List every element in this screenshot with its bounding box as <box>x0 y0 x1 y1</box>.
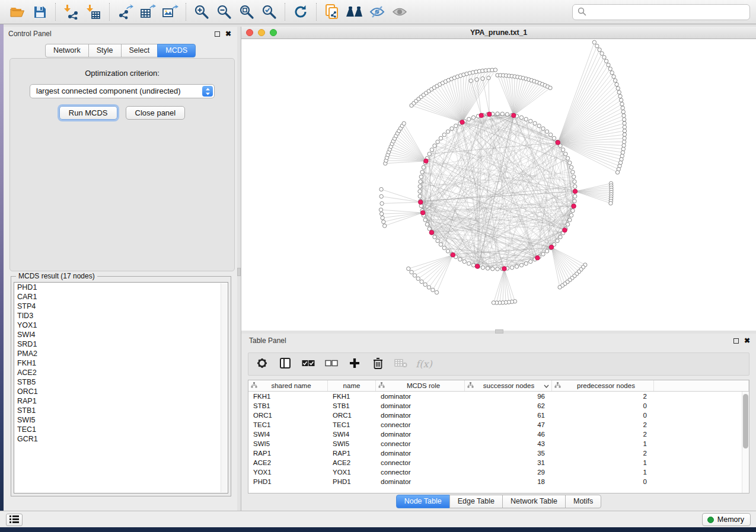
mcds-hub-node[interactable] <box>475 264 480 269</box>
mcds-hub-node[interactable] <box>549 245 554 249</box>
network-node[interactable] <box>568 161 572 165</box>
table-row[interactable]: SWI5SWI5connector431 <box>248 439 742 448</box>
new-network-from-selection-button[interactable] <box>321 2 343 22</box>
mcds-hub-node[interactable] <box>429 230 434 235</box>
mcds-result-item[interactable]: PHD1 <box>14 283 228 292</box>
network-node[interactable] <box>422 165 425 169</box>
mcds-result-item[interactable]: ACE2 <box>14 368 228 377</box>
mcds-hub-node[interactable] <box>479 113 484 118</box>
mcds-result-item[interactable]: RAP1 <box>14 396 228 406</box>
network-node[interactable] <box>556 239 559 242</box>
network-node[interactable] <box>420 170 424 174</box>
run-mcds-button[interactable]: Run MCDS <box>59 106 117 120</box>
network-node[interactable] <box>450 127 454 130</box>
mcds-hub-node[interactable] <box>502 267 507 271</box>
network-node[interactable] <box>423 283 427 286</box>
network-node[interactable] <box>541 252 545 256</box>
network-node[interactable] <box>595 44 599 47</box>
mcds-hub-node[interactable] <box>511 113 516 118</box>
mcds-result-item[interactable]: SWI5 <box>14 415 228 425</box>
show-panels-button[interactable] <box>6 514 23 526</box>
show-all-button[interactable] <box>388 2 411 22</box>
network-node[interactable] <box>615 171 619 174</box>
network-node[interactable] <box>545 249 548 253</box>
network-node[interactable] <box>566 156 569 160</box>
network-node[interactable] <box>604 59 608 63</box>
close-panel-button[interactable]: Close panel <box>126 106 186 120</box>
tab-network-table[interactable]: Network Table <box>502 495 566 508</box>
tab-node-table[interactable]: Node Table <box>396 495 450 508</box>
network-node[interactable] <box>410 270 413 274</box>
function-builder-button[interactable]: f(x) <box>415 355 433 373</box>
tab-edge-table[interactable]: Edge Table <box>449 495 503 508</box>
network-node[interactable] <box>619 98 623 102</box>
tab-select[interactable]: Select <box>121 44 158 57</box>
network-node[interactable] <box>623 129 626 133</box>
tab-style[interactable]: Style <box>88 44 122 57</box>
network-node[interactable] <box>623 125 626 129</box>
network-node[interactable] <box>475 78 479 81</box>
column-header-predecessor-nodes[interactable]: predecessor nodes <box>552 380 654 391</box>
mcds-result-item[interactable]: STB1 <box>14 406 228 415</box>
split-handle[interactable] <box>237 268 241 276</box>
mcds-hub-node[interactable] <box>418 200 423 204</box>
network-node[interactable] <box>623 121 626 125</box>
vertical-split-divider[interactable] <box>237 27 241 511</box>
network-node[interactable] <box>622 140 626 143</box>
network-node[interactable] <box>486 267 489 270</box>
network-node[interactable] <box>458 258 462 261</box>
network-node[interactable] <box>418 190 422 193</box>
network-node[interactable] <box>454 124 458 127</box>
network-node[interactable] <box>436 140 439 143</box>
column-header-successor-nodes[interactable]: successor nodes <box>465 380 552 391</box>
network-node[interactable] <box>620 102 624 105</box>
export-image-button[interactable] <box>159 2 181 22</box>
network-node[interactable] <box>402 121 406 125</box>
network-node[interactable] <box>467 262 471 265</box>
network-node[interactable] <box>613 79 617 82</box>
network-node[interactable] <box>607 63 610 66</box>
network-node[interactable] <box>379 208 382 211</box>
network-node[interactable] <box>416 277 420 280</box>
zoom-out-button[interactable] <box>213 2 235 22</box>
network-node[interactable] <box>428 152 431 156</box>
memory-button[interactable]: Memory <box>702 513 751 526</box>
zoom-fit-button[interactable] <box>235 2 258 22</box>
unselect-all-columns-button[interactable] <box>323 355 340 373</box>
table-settings-button[interactable] <box>253 355 271 373</box>
network-node[interactable] <box>621 147 625 150</box>
mcds-hub-node[interactable] <box>420 210 425 215</box>
network-node[interactable] <box>618 94 622 98</box>
mcds-hub-node[interactable] <box>424 159 429 164</box>
network-node[interactable] <box>439 136 442 140</box>
network-node[interactable] <box>419 204 423 207</box>
network-node[interactable] <box>427 286 430 289</box>
column-header-shared-name[interactable]: shared name <box>248 380 328 391</box>
table-row[interactable]: ACE2ACE2connector311 <box>248 458 742 467</box>
network-node[interactable] <box>413 274 416 277</box>
zoom-selected-button[interactable] <box>258 2 280 22</box>
zoom-in-button[interactable] <box>190 2 213 22</box>
mcds-hub-node[interactable] <box>535 255 540 260</box>
mcds-hub-node[interactable] <box>563 228 567 233</box>
network-node[interactable] <box>471 116 475 119</box>
mcds-hub-node[interactable] <box>573 189 578 194</box>
network-node[interactable] <box>436 239 439 242</box>
network-node[interactable] <box>435 290 438 294</box>
mcds-result-item[interactable]: TEC1 <box>14 425 228 434</box>
criterion-select[interactable]: largest connected component (undirected) <box>30 84 215 98</box>
network-node[interactable] <box>572 175 575 178</box>
mcds-hub-node[interactable] <box>451 253 455 258</box>
first-neighbors-button[interactable] <box>343 2 366 22</box>
network-node[interactable] <box>430 148 433 152</box>
network-node[interactable] <box>568 218 572 222</box>
table-row[interactable]: FKH1FKH1dominator962 <box>248 392 742 401</box>
mcds-result-item[interactable]: STP4 <box>14 302 228 311</box>
mcds-result-item[interactable]: SWI4 <box>14 330 228 339</box>
mcds-result-item[interactable]: TID3 <box>14 311 228 321</box>
table-row[interactable]: TEC1TEC1connector472 <box>248 420 742 430</box>
delete-table-button[interactable] <box>392 355 410 373</box>
open-file-button[interactable] <box>6 2 28 22</box>
network-node[interactable] <box>433 235 436 239</box>
network-node[interactable] <box>407 267 410 270</box>
